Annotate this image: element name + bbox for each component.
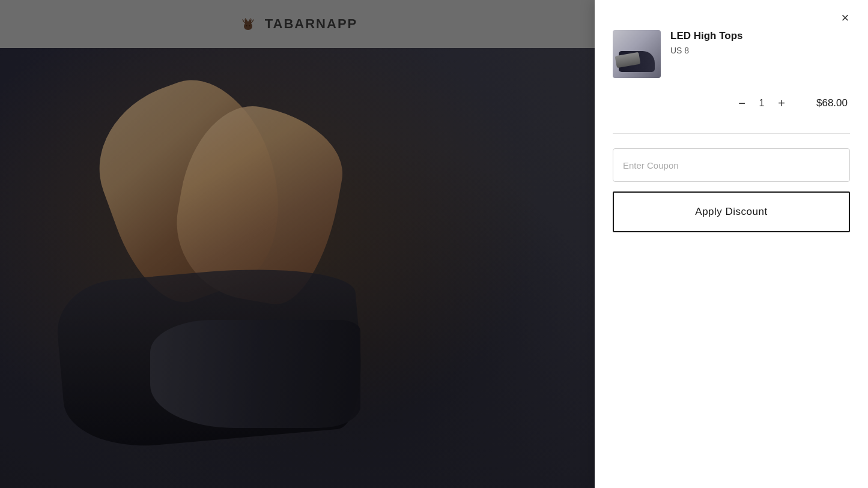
cart-panel: × LED High Tops US 8 − 1 + $68.00 Apply … [595, 0, 868, 488]
dim-overlay [0, 0, 595, 488]
product-size: US 8 [670, 46, 850, 55]
product-thumbnail [613, 30, 661, 78]
apply-discount-button[interactable]: Apply Discount [613, 191, 850, 232]
coupon-input[interactable] [613, 148, 850, 182]
product-name: LED High Tops [670, 30, 850, 42]
product-row: LED High Tops US 8 [613, 30, 850, 78]
quantity-row: − 1 + $68.00 [613, 92, 850, 114]
divider [613, 133, 850, 134]
cart-content: LED High Tops US 8 − 1 + $68.00 Apply Di… [595, 12, 868, 244]
product-info: LED High Tops US 8 [670, 30, 850, 55]
quantity-increase-button[interactable]: + [771, 92, 792, 114]
quantity-value: 1 [753, 98, 771, 109]
quantity-decrease-button[interactable]: − [731, 92, 753, 114]
close-button[interactable]: × [834, 7, 856, 29]
product-price: $68.00 [816, 97, 848, 109]
